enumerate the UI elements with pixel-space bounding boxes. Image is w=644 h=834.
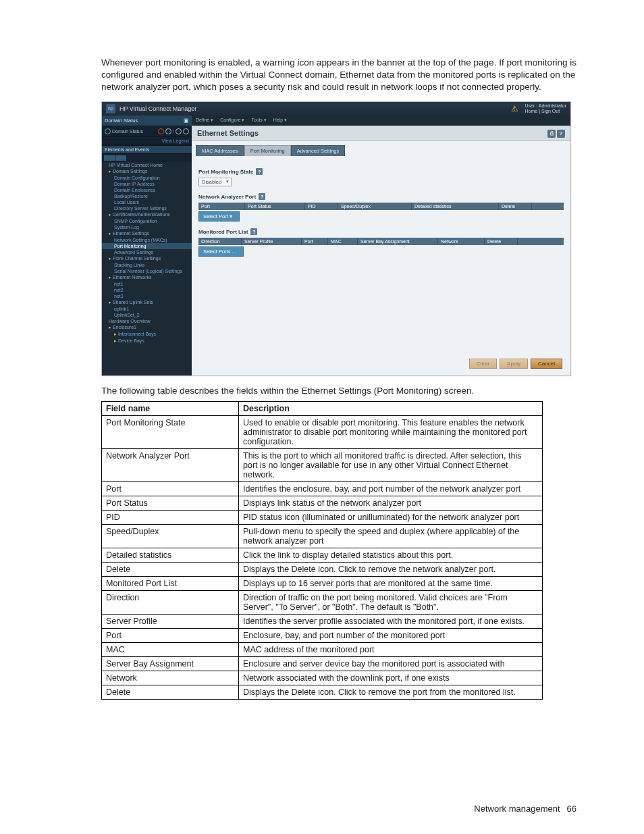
description-cell: Click the link to display detailed stati… [239,548,543,563]
sidebar-item[interactable]: net1 [102,281,192,287]
help-icon[interactable]: ? [259,193,265,200]
sidebar-item[interactable]: Advanced Settings [102,249,192,255]
app-titlebar: hp HP Virtual Connect Manager ⚠ User : A… [102,102,570,116]
sidebar-item[interactable]: HP Virtual Connect Home [102,162,192,168]
col-field-name: Field name [102,402,239,416]
sidebar-item[interactable]: SNMP Configuration [102,218,192,224]
field-name-cell: Server Profile [102,615,239,629]
field-name-cell: Server Bay Assignment [102,657,239,671]
select-ports-button[interactable]: Select Ports ... [198,246,244,257]
sidebar-item[interactable]: Ethernet Settings [102,230,192,237]
menu-configure[interactable]: Configure ▾ [220,118,244,123]
sidebar-item[interactable]: Fibre Channel Settings [102,255,192,262]
description-cell: Identifies the server profile associated… [239,615,543,629]
pm-state-dropdown[interactable]: Disabled [198,178,232,186]
sidebar-item[interactable]: Domain Settings [102,168,192,175]
sidebar-item[interactable]: Enclosure1 [102,324,192,331]
sidebar-item[interactable]: System Log [102,224,192,230]
help-icon[interactable]: ? [250,228,257,235]
tab-port-monitoring[interactable]: Port Monitoring [244,145,291,156]
view-legend-link[interactable]: View Legend [102,137,192,145]
menu-define[interactable]: Define ▾ [196,118,213,123]
page-footer: Network management66 [474,804,576,814]
sidebar-item[interactable]: Shared Uplink Sets [102,299,192,306]
col-header: Direction [198,238,242,245]
field-name-cell: MAC [102,643,239,657]
elements-events-header: Elements and Events [102,145,192,154]
col-header: Delete [485,238,518,245]
field-name-cell: PID [102,511,239,525]
col-description: Description [239,402,543,416]
sidebar-item[interactable]: net3 [102,293,192,299]
menu-tools[interactable]: Tools ▾ [251,118,266,123]
sidebar-item[interactable]: uplink1 [102,306,192,312]
sidebar-item[interactable]: net2 [102,287,192,293]
description-cell: Displays the Delete icon. Click to remov… [239,563,543,577]
col-header: PID [305,203,338,210]
domain-status-header: Domain Status▣ [102,115,192,126]
domain-status-row: Domain Status ! [102,126,192,137]
col-header: Speed/Duplex [338,203,412,210]
apply-button[interactable]: Apply [500,359,528,369]
col-header: Port [198,203,245,210]
field-name-cell: Network Analyzer Port [102,449,239,482]
field-name-cell: Port [102,482,239,496]
sidebar-item[interactable]: Domain Enclosures [102,187,192,193]
sidebar-item[interactable]: Local Users [102,199,192,205]
menu-strip[interactable]: Define ▾ Configure ▾ Tools ▾ Help ▾ [192,115,570,126]
panel-tabs: MAC Addresses Port Monitoring Advanced S… [192,141,570,156]
description-cell: Network associated with the downlink por… [239,671,543,685]
field-name-cell: Network [102,671,239,685]
field-name-cell: Detailed statistics [102,548,239,563]
menu-help[interactable]: Help ▾ [273,118,287,123]
sidebar-item[interactable]: Certificates/Authentications [102,211,192,218]
col-header: Network [438,238,485,245]
sidebar-item[interactable]: Serial Number (Logical) Settings [102,268,192,274]
sidebar: Domain Status▣ Domain Status ! View Lege… [102,115,192,375]
sidebar-item[interactable]: Network Settings (MACs) [102,237,192,243]
sidebar-mini-tabs[interactable] [102,154,192,162]
col-header: Delete [499,203,532,210]
col-header: Server Bay Assignment [358,238,438,245]
help-icon[interactable]: ? [557,130,565,138]
sidebar-item[interactable]: Domain Configuration [102,175,192,181]
table-caption: The following table describes the fields… [101,386,576,396]
sidebar-item[interactable]: Hardware Overview [102,318,192,324]
sidebar-tree: HP Virtual Connect HomeDomain SettingsDo… [102,162,192,346]
field-name-cell: Direction [102,591,239,615]
nap-label: Network Analyzer Port? [198,193,564,200]
screenshot: hp HP Virtual Connect Manager ⚠ User : A… [101,101,571,376]
tab-advanced-settings[interactable]: Advanced Settings [291,145,346,156]
panel-title: Ethernet Settings [197,129,259,137]
col-header: MAC [328,238,358,245]
field-name-cell: Port [102,629,239,643]
panel-corner-icons[interactable]: ⎙? [546,128,565,138]
user-info: User : Administrator Home | Sign Out [525,103,566,114]
intro-paragraph: Whenever port monitoring is enabled, a w… [101,57,576,94]
tab-mac-addresses[interactable]: MAC Addresses [196,145,244,156]
sidebar-item[interactable]: Device Bays [102,338,192,344]
sidebar-item[interactable]: Interconnect Bays [102,331,192,338]
description-cell: Enclosure and server device bay the moni… [239,657,543,671]
description-cell: Pull-down menu to specify the speed and … [239,525,543,548]
sidebar-item[interactable]: Port Monitoring [102,243,192,249]
nap-table-header: PortPort StatusPIDSpeed/DuplexDetailed s… [198,203,564,210]
field-name-cell: Port Monitoring State [102,416,239,449]
cancel-button[interactable]: Cancel [531,359,562,369]
field-description-table: Field name Description Port Monitoring S… [101,401,543,700]
hp-logo-icon: hp [106,104,115,113]
help-icon[interactable]: ? [256,168,263,175]
mpl-table-header: DirectionServer ProfilePortMACServer Bay… [198,238,564,245]
sidebar-item[interactable]: Stacking Links [102,262,192,268]
sidebar-item[interactable]: Domain IP Address [102,181,192,187]
sidebar-item[interactable]: Ethernet Networks [102,274,192,281]
field-name-cell: Delete [102,685,239,700]
sidebar-item[interactable]: Directory Server Settings [102,205,192,211]
col-header: Port [302,238,328,245]
clear-button[interactable]: Clear [469,359,497,369]
select-port-button[interactable]: Select Port ▾ [198,211,240,221]
app-title: HP Virtual Connect Manager [119,105,196,112]
sidebar-item[interactable]: Backup/Restore [102,193,192,199]
sidebar-item[interactable]: UplinkSet_2 [102,312,192,318]
main-panel: Define ▾ Configure ▾ Tools ▾ Help ▾ Ethe… [192,115,570,375]
